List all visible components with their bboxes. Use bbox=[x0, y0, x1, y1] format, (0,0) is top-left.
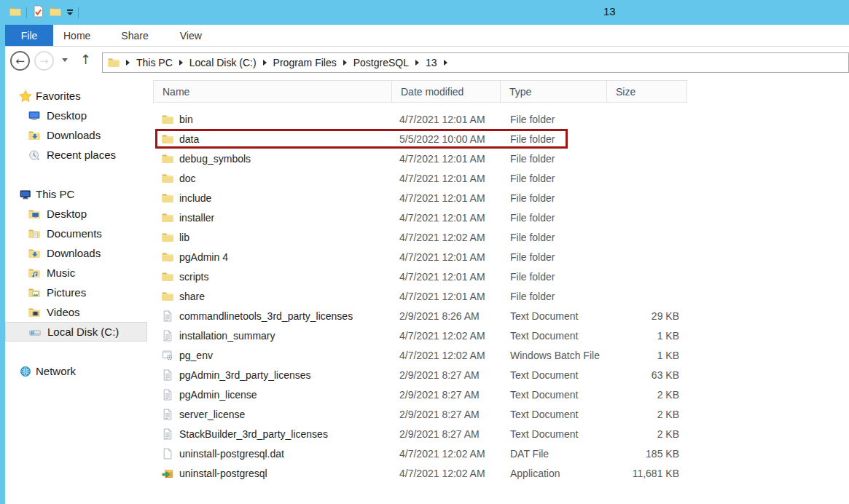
table-row[interactable]: installer4/7/2021 12:01 AMFile folder bbox=[148, 208, 849, 227]
breadcrumb-separator-icon[interactable] bbox=[179, 60, 183, 66]
breadcrumb-segment[interactable]: Local Disk (C:) bbox=[189, 57, 257, 68]
sidebar-item-recent-places[interactable]: Recent places bbox=[5, 145, 147, 165]
file-name: commandlinetools_3rd_party_licenses bbox=[179, 310, 353, 322]
file-name: lib bbox=[179, 232, 189, 243]
table-row[interactable]: pgAdmin_license2/9/2021 8:27 AMText Docu… bbox=[148, 385, 849, 404]
breadcrumb-segment[interactable]: This PC bbox=[136, 57, 173, 68]
new-folder-icon bbox=[50, 6, 61, 20]
sidebar-item-label: Pictures bbox=[47, 286, 86, 299]
tab-share[interactable]: Share bbox=[121, 25, 148, 46]
cell-type: File folder bbox=[501, 232, 607, 243]
cell-size: 29 KB bbox=[607, 310, 679, 322]
folder-icon bbox=[162, 192, 173, 204]
file-name: pgAdmin_3rd_party_licenses bbox=[179, 369, 311, 381]
table-row[interactable]: pg_env4/7/2021 12:02 AMWindows Batch Fil… bbox=[148, 345, 849, 365]
column-header-name[interactable]: Name bbox=[154, 81, 392, 102]
sidebar-group-this-pc[interactable]: This PC bbox=[5, 184, 147, 204]
table-row[interactable]: uninstall-postgresql.dat4/7/2021 12:02 A… bbox=[148, 444, 849, 463]
column-header-row: NameDate modifiedTypeSize bbox=[153, 80, 687, 103]
cell-type: Text Document bbox=[501, 409, 607, 420]
address-bar[interactable]: This PCLocal Disk (C:)Program FilesPostg… bbox=[102, 52, 849, 73]
sidebar-item-music[interactable]: Music bbox=[5, 263, 147, 283]
sidebar-item-pictures[interactable]: Pictures bbox=[5, 283, 147, 302]
cell-type: File folder bbox=[501, 192, 607, 204]
text-document-icon bbox=[162, 310, 173, 322]
sidebar-item-local-disk-c-[interactable]: Local Disk (C:) bbox=[5, 322, 147, 342]
tab-view[interactable]: View bbox=[180, 25, 202, 46]
folder-pictures-icon bbox=[27, 286, 41, 299]
cell-name: doc bbox=[148, 173, 392, 184]
breadcrumb-segment[interactable]: PostgreSQL bbox=[353, 57, 409, 68]
table-row[interactable]: StackBuilder_3rd_party_licenses2/9/2021 … bbox=[148, 424, 849, 444]
table-row[interactable]: include4/7/2021 12:01 AMFile folder bbox=[148, 188, 849, 208]
explorer-window: 13 File Home Share View ← → ↑ This PCLoc… bbox=[0, 0, 849, 504]
column-header-size[interactable]: Size bbox=[607, 81, 686, 102]
table-row[interactable]: pgAdmin_3rd_party_licenses2/9/2021 8:27 … bbox=[148, 365, 849, 385]
table-row[interactable]: doc4/7/2021 12:01 AMFile folder bbox=[148, 168, 849, 188]
cell-name: share bbox=[148, 291, 392, 302]
sidebar-item-documents[interactable]: Documents bbox=[5, 224, 147, 243]
file-name: pg_env bbox=[179, 350, 213, 361]
new-folder-button[interactable] bbox=[47, 2, 64, 23]
cell-name: server_license bbox=[148, 409, 392, 420]
file-name: pgAdmin_license bbox=[179, 389, 257, 401]
cell-name: pgAdmin_license bbox=[148, 389, 392, 401]
folder-icon bbox=[162, 114, 173, 125]
table-row[interactable]: scripts4/7/2021 12:01 AMFile folder bbox=[148, 267, 849, 286]
cell-date-modified: 4/7/2021 12:01 AM bbox=[392, 251, 501, 263]
back-button[interactable]: ← bbox=[10, 51, 30, 71]
sidebar-item-desktop[interactable]: Desktop bbox=[5, 204, 147, 224]
table-row[interactable]: debug_symbols4/7/2021 12:01 AMFile folde… bbox=[148, 149, 849, 168]
ribbon-tab-row: File Home Share View bbox=[5, 25, 849, 47]
breadcrumb-separator-icon[interactable] bbox=[415, 60, 419, 66]
sidebar-item-desktop[interactable]: Desktop bbox=[5, 106, 147, 125]
sidebar-item-downloads[interactable]: Downloads bbox=[5, 243, 147, 263]
sidebar-item-videos[interactable]: Videos bbox=[5, 302, 147, 322]
cell-name: uninstall-postgresql.dat bbox=[148, 448, 392, 460]
qat-customize-button[interactable] bbox=[64, 2, 76, 23]
forward-button[interactable]: → bbox=[34, 51, 54, 71]
folder-download-icon bbox=[27, 247, 41, 260]
column-header-type[interactable]: Type bbox=[501, 81, 607, 102]
breadcrumb-separator-icon[interactable] bbox=[263, 60, 267, 66]
breadcrumb-separator-icon[interactable] bbox=[343, 60, 347, 66]
sidebar-group-favorites[interactable]: Favorites bbox=[5, 86, 147, 106]
up-button[interactable]: ↑ bbox=[80, 52, 91, 67]
table-row[interactable]: lib4/7/2021 12:02 AMFile folder bbox=[148, 227, 849, 247]
table-row[interactable]: server_license2/9/2021 8:27 AMText Docum… bbox=[148, 404, 849, 424]
window-title: 13 bbox=[603, 5, 616, 17]
folder-icon bbox=[162, 251, 173, 263]
file-name: debug_symbols bbox=[179, 153, 251, 165]
breadcrumb-segment[interactable]: Program Files bbox=[273, 57, 337, 68]
tab-home[interactable]: Home bbox=[63, 25, 90, 46]
cell-date-modified: 4/7/2021 12:02 AM bbox=[392, 330, 501, 342]
breadcrumb-separator-icon[interactable] bbox=[444, 60, 447, 66]
cell-size: 2 KB bbox=[607, 389, 679, 401]
breadcrumb-segment[interactable]: 13 bbox=[426, 57, 437, 68]
cell-name: pgAdmin_3rd_party_licenses bbox=[148, 369, 392, 381]
cell-type: Application bbox=[501, 468, 607, 479]
qat-separator bbox=[78, 7, 79, 18]
table-row[interactable]: commandlinetools_3rd_party_licenses2/9/2… bbox=[148, 306, 849, 326]
table-row[interactable]: share4/7/2021 12:01 AMFile folder bbox=[148, 286, 849, 306]
table-row[interactable]: uninstall-postgresql4/7/2021 12:02 AMApp… bbox=[148, 463, 849, 483]
explorer-button[interactable] bbox=[7, 2, 24, 23]
sidebar-group-network[interactable]: Network bbox=[5, 361, 147, 381]
cell-type: File folder bbox=[501, 251, 607, 263]
folder-download-icon bbox=[27, 129, 41, 142]
cell-name: uninstall-postgresql bbox=[148, 468, 392, 479]
dat-file-icon bbox=[162, 448, 173, 460]
cell-name: bin bbox=[148, 114, 392, 125]
breadcrumb-separator-icon[interactable] bbox=[126, 60, 130, 66]
cell-type: File folder bbox=[501, 291, 607, 302]
cell-type: Text Document bbox=[501, 369, 607, 381]
file-name: bin bbox=[179, 114, 193, 125]
tab-file[interactable]: File bbox=[5, 25, 53, 46]
table-row[interactable]: bin4/7/2021 12:01 AMFile folder bbox=[148, 109, 849, 129]
sidebar-item-downloads[interactable]: Downloads bbox=[5, 125, 147, 145]
recent-locations-caret-icon[interactable] bbox=[62, 58, 68, 62]
table-row[interactable]: installation_summary4/7/2021 12:02 AMTex… bbox=[148, 326, 849, 345]
table-row[interactable]: pgAdmin 44/7/2021 12:01 AMFile folder bbox=[148, 247, 849, 267]
column-header-date-modified[interactable]: Date modified bbox=[392, 81, 501, 102]
properties-button[interactable] bbox=[29, 2, 47, 23]
